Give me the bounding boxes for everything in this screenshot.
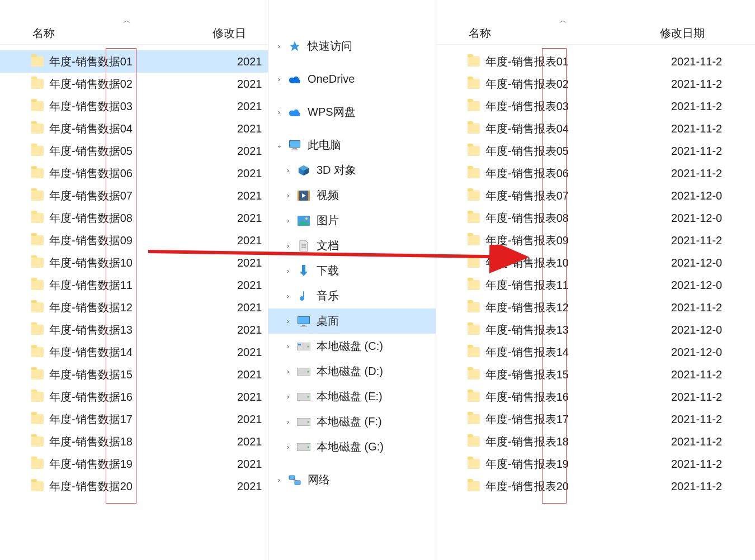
- chevron-right-icon[interactable]: ›: [283, 392, 293, 401]
- folder-icon: [468, 79, 480, 89]
- folder-row[interactable]: 年度-销售报表02 2021-11-2: [436, 73, 755, 95]
- sort-chevron-icon[interactable]: ︿: [123, 16, 131, 26]
- folder-icon: [468, 280, 480, 290]
- chevron-right-icon[interactable]: ›: [274, 476, 284, 484]
- svg-rect-21: [298, 317, 309, 324]
- nav-onedrive[interactable]: › OneDrive: [268, 67, 436, 92]
- column-header-date[interactable]: 修改日期: [660, 26, 705, 41]
- folder-date: 2021-12-0: [671, 324, 722, 336]
- folder-row[interactable]: 年度-销售数据17 2021: [0, 408, 268, 430]
- nav-network[interactable]: › 网络: [268, 467, 436, 492]
- folder-row[interactable]: 年度-销售数据07 2021: [0, 184, 268, 207]
- folder-row[interactable]: 年度-销售报表09 2021-11-2: [436, 229, 755, 251]
- chevron-right-icon[interactable]: ›: [283, 191, 293, 200]
- folder-row[interactable]: 年度-销售报表20 2021-11-2: [436, 475, 755, 497]
- nav-label: OneDrive: [308, 73, 355, 86]
- folder-row[interactable]: 年度-销售报表15 2021-11-2: [436, 363, 755, 386]
- svg-point-34: [308, 446, 309, 448]
- folder-row[interactable]: 年度-销售报表16 2021-11-2: [436, 386, 755, 408]
- folder-row[interactable]: 年度-销售报表03 2021-11-2: [436, 95, 755, 117]
- chevron-right-icon[interactable]: ›: [283, 267, 293, 275]
- folder-row[interactable]: 年度-销售数据01 2021: [0, 50, 268, 73]
- folder-row[interactable]: 年度-销售数据12 2021: [0, 296, 268, 319]
- nav-music[interactable]: › 音乐: [268, 283, 436, 309]
- folder-row[interactable]: 年度-销售数据19 2021: [0, 453, 268, 475]
- nav-this-pc[interactable]: ⌄ 此电脑: [268, 132, 436, 158]
- chevron-right-icon[interactable]: ›: [283, 216, 293, 225]
- chevron-right-icon[interactable]: ›: [274, 108, 284, 116]
- folder-name: 年度-销售报表01: [485, 54, 569, 69]
- column-header-name[interactable]: 名称: [436, 26, 660, 41]
- nav-disk-c[interactable]: › 本地磁盘 (C:): [268, 334, 436, 359]
- folder-row[interactable]: 年度-销售数据13 2021: [0, 319, 268, 341]
- folder-row[interactable]: 年度-销售报表11 2021-12-0: [436, 274, 755, 296]
- chevron-right-icon[interactable]: ›: [274, 42, 284, 50]
- folder-row[interactable]: 年度-销售数据11 2021: [0, 274, 268, 296]
- nav-wps[interactable]: › WPS网盘: [268, 99, 436, 125]
- folder-name: 年度-销售报表03: [485, 99, 569, 114]
- folder-icon: [468, 347, 480, 357]
- chevron-right-icon[interactable]: ›: [283, 166, 293, 174]
- folder-row[interactable]: 年度-销售报表04 2021-11-2: [436, 117, 755, 140]
- folder-row[interactable]: 年度-销售数据03 2021: [0, 95, 268, 117]
- chevron-right-icon[interactable]: ›: [283, 443, 293, 451]
- nav-quick-access[interactable]: › 快速访问: [268, 34, 436, 59]
- nav-pictures[interactable]: › 图片: [268, 208, 436, 233]
- folder-row[interactable]: 年度-销售数据02 2021: [0, 73, 268, 95]
- chevron-right-icon[interactable]: ›: [283, 317, 293, 325]
- chevron-down-icon[interactable]: ⌄: [274, 141, 284, 149]
- chevron-right-icon[interactable]: ›: [283, 417, 293, 426]
- folder-row[interactable]: 年度-销售报表12 2021-11-2: [436, 296, 755, 319]
- folder-date: 2021-11-2: [671, 480, 722, 493]
- folder-row[interactable]: 年度-销售数据10 2021: [0, 251, 268, 274]
- folder-row[interactable]: 年度-销售数据16 2021: [0, 386, 268, 408]
- folder-row[interactable]: 年度-销售数据14 2021: [0, 341, 268, 363]
- folder-row[interactable]: 年度-销售数据09 2021: [0, 229, 268, 251]
- folder-row[interactable]: 年度-销售报表19 2021-11-2: [436, 453, 755, 475]
- folder-row[interactable]: 年度-销售报表18 2021-11-2: [436, 430, 755, 453]
- folder-row[interactable]: 年度-销售报表05 2021-11-2: [436, 140, 755, 162]
- nav-desktop[interactable]: › 桌面: [268, 309, 436, 334]
- folder-icon: [31, 436, 44, 447]
- folder-date: 2021: [237, 167, 262, 180]
- nav-downloads[interactable]: › 下载: [268, 258, 436, 283]
- svg-marker-19: [300, 272, 308, 276]
- folder-row[interactable]: 年度-销售报表08 2021-12-0: [436, 207, 755, 229]
- folder-row[interactable]: 年度-销售报表13 2021-12-0: [436, 319, 755, 341]
- folder-row[interactable]: 年度-销售数据06 2021: [0, 162, 268, 184]
- folder-row[interactable]: 年度-销售数据20 2021: [0, 475, 268, 497]
- folder-row[interactable]: 年度-销售数据04 2021: [0, 117, 268, 140]
- chevron-right-icon[interactable]: ›: [283, 241, 293, 250]
- svg-point-26: [308, 345, 309, 347]
- svg-point-30: [308, 396, 309, 397]
- folder-icon: [468, 302, 480, 312]
- nav-documents[interactable]: › 文档: [268, 233, 436, 258]
- folder-row[interactable]: 年度-销售数据18 2021: [0, 430, 268, 453]
- nav-disk-f[interactable]: › 本地磁盘 (F:): [268, 409, 436, 434]
- folder-row[interactable]: 年度-销售报表10 2021-12-0: [436, 251, 755, 274]
- folder-row[interactable]: 年度-销售报表07 2021-12-0: [436, 184, 755, 207]
- folder-row[interactable]: 年度-销售数据08 2021: [0, 207, 268, 229]
- nav-disk-d[interactable]: › 本地磁盘 (D:): [268, 359, 436, 384]
- column-header-date[interactable]: 修改日: [213, 26, 246, 41]
- nav-3d-objects[interactable]: › 3D 对象: [268, 158, 436, 183]
- nav-disk-g[interactable]: › 本地磁盘 (G:): [268, 434, 436, 459]
- folder-row[interactable]: 年度-销售报表06 2021-11-2: [436, 162, 755, 184]
- folder-row[interactable]: 年度-销售报表01 2021-11-2: [436, 50, 755, 73]
- chevron-right-icon[interactable]: ›: [274, 75, 284, 83]
- column-header-name[interactable]: 名称: [0, 26, 213, 41]
- nav-videos[interactable]: › 视频: [268, 183, 436, 208]
- folder-row[interactable]: 年度-销售数据15 2021: [0, 363, 268, 386]
- folder-row[interactable]: 年度-销售报表17 2021-11-2: [436, 408, 755, 430]
- chevron-right-icon[interactable]: ›: [283, 292, 293, 300]
- folder-row[interactable]: 年度-销售数据05 2021: [0, 140, 268, 162]
- folder-name: 年度-销售数据17: [49, 412, 133, 427]
- sort-chevron-icon[interactable]: ︿: [559, 16, 567, 26]
- desktop-icon: [296, 315, 311, 328]
- folder-name: 年度-销售报表12: [485, 300, 569, 315]
- chevron-right-icon[interactable]: ›: [283, 342, 293, 350]
- chevron-right-icon[interactable]: ›: [283, 367, 293, 376]
- svg-rect-9: [298, 191, 299, 201]
- nav-disk-e[interactable]: › 本地磁盘 (E:): [268, 384, 436, 409]
- folder-row[interactable]: 年度-销售报表14 2021-12-0: [436, 341, 755, 363]
